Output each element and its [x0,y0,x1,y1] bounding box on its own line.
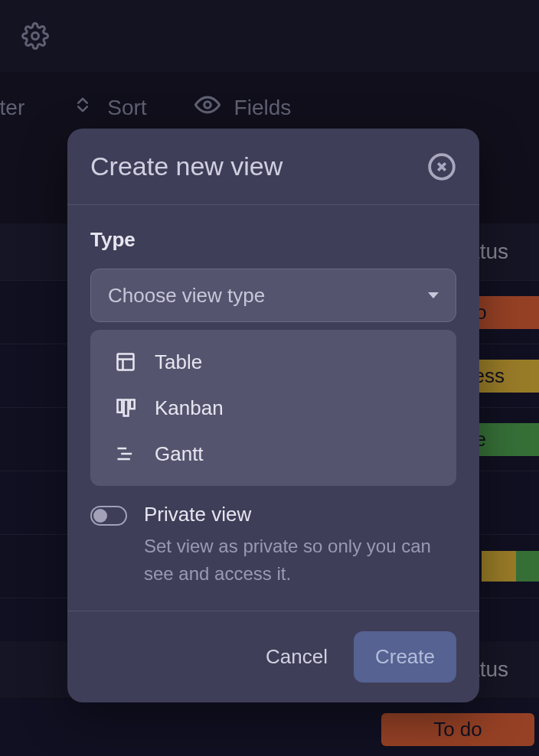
svg-rect-5 [124,400,129,416]
view-type-dropdown: Table Kanban Gantt [90,330,456,486]
private-title: Private view [144,503,456,526]
kanban-icon [113,396,138,420]
create-view-modal: Create new view Type Choose view type [67,129,479,702]
option-gantt[interactable]: Gantt [90,431,456,477]
close-button[interactable] [427,152,456,181]
svg-rect-6 [130,400,135,409]
option-label: Gantt [155,442,204,466]
table-icon [113,350,138,374]
modal-title: Create new view [90,152,283,181]
create-button[interactable]: Create [354,631,456,683]
gantt-icon [113,442,138,466]
svg-rect-3 [118,354,134,370]
chevron-down-icon [428,292,439,298]
select-placeholder: Choose view type [108,284,265,308]
private-toggle[interactable] [90,506,127,526]
svg-rect-4 [118,400,122,412]
private-description: Set view as private so only you can see … [144,533,456,588]
option-label: Table [155,350,202,374]
option-kanban[interactable]: Kanban [90,385,456,431]
cancel-button[interactable]: Cancel [266,645,328,669]
type-label: Type [90,228,456,252]
option-table[interactable]: Table [90,339,456,385]
view-type-select[interactable]: Choose view type [90,269,456,322]
option-label: Kanban [155,396,224,420]
